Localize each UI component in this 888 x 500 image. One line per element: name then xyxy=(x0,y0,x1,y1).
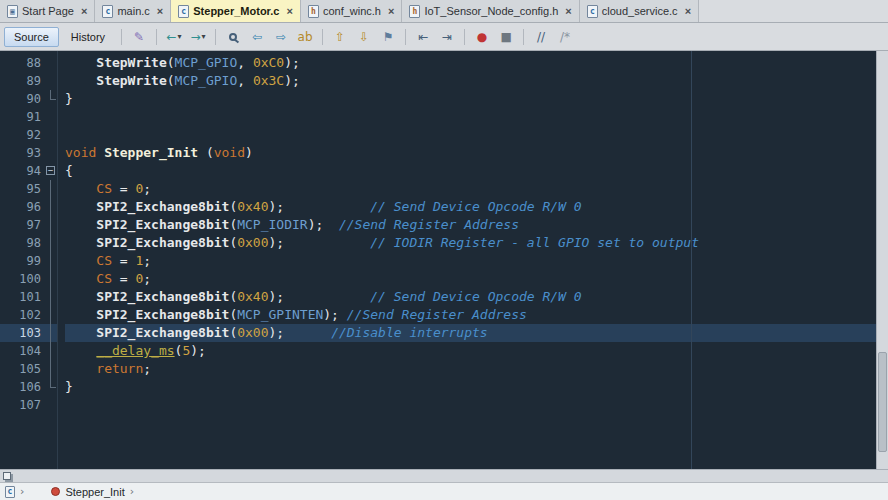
line-number[interactable]: 99 xyxy=(0,252,57,270)
line-number[interactable]: 107 xyxy=(0,396,57,414)
line-number[interactable]: 104 xyxy=(0,342,57,360)
jump-back-button[interactable]: ←▾ xyxy=(163,26,185,47)
code-line[interactable]: StepWrite(MCP_GPIO, 0x3C); xyxy=(65,72,876,90)
line-number[interactable]: 91 xyxy=(0,108,57,126)
code-token: { xyxy=(65,163,73,178)
code-token: ) xyxy=(245,145,253,160)
line-number[interactable]: 98 xyxy=(0,234,57,252)
line-number[interactable]: 101 xyxy=(0,288,57,306)
tab-close-icon[interactable]: × xyxy=(157,6,163,16)
code-token: 0x00 xyxy=(237,325,268,340)
find-next-occurrence-button[interactable]: ⇨ xyxy=(270,26,292,47)
line-number[interactable]: 95 xyxy=(0,180,57,198)
code-line[interactable]: SPI2_Exchange8bit(0x40); // Send Device … xyxy=(65,288,876,306)
code-line[interactable]: } xyxy=(65,378,876,396)
line-number[interactable]: 92 xyxy=(0,126,57,144)
start-macro-recording-button[interactable]: ● xyxy=(471,26,493,47)
line-number[interactable]: 106 xyxy=(0,378,57,396)
tab-close-icon[interactable]: × xyxy=(685,6,691,16)
toolbar-separator xyxy=(464,29,465,45)
code-line[interactable]: SPI2_Exchange8bit(0x00); //Disable inter… xyxy=(65,324,876,342)
previous-bookmark-icon: ⇧ xyxy=(335,31,345,43)
tab-conf-winc-h[interactable]: hconf_winc.h× xyxy=(301,0,403,22)
fold-guide xyxy=(50,342,51,360)
history-view-button[interactable]: History xyxy=(61,27,115,47)
document-switcher-icon[interactable] xyxy=(3,472,11,480)
code-lines[interactable]: StepWrite(MCP_GPIO, 0xC0); StepWrite(MCP… xyxy=(58,51,876,469)
toggle-highlight-search-button[interactable]: ab xyxy=(294,26,316,47)
line-number[interactable]: 102 xyxy=(0,306,57,324)
code-line[interactable]: __delay_ms(5); xyxy=(65,342,876,360)
tab-close-icon[interactable]: × xyxy=(388,6,394,16)
line-number[interactable]: 103 xyxy=(0,324,57,342)
tab-close-icon[interactable]: × xyxy=(81,6,87,16)
file-icon[interactable]: c xyxy=(5,486,15,498)
find-selection-button[interactable] xyxy=(222,26,244,47)
stop-macro-recording-button[interactable]: ■ xyxy=(495,26,517,47)
code-token: ; xyxy=(143,253,151,268)
tab-iot-sensor-node-config-h[interactable]: hIoT_Sensor_Node_config.h× xyxy=(402,0,579,22)
code-line[interactable]: SPI2_Exchange8bit(0x40); // Send Device … xyxy=(65,198,876,216)
vertical-scrollbar-thumb[interactable] xyxy=(878,352,887,452)
line-number[interactable]: 100 xyxy=(0,270,57,288)
horizontal-scrollbar[interactable] xyxy=(0,469,888,482)
code-line[interactable]: SPI2_Exchange8bit(MCP_GPINTEN); //Send R… xyxy=(65,306,876,324)
code-line[interactable]: } xyxy=(65,90,876,108)
tab-close-icon[interactable]: × xyxy=(565,6,571,16)
dropdown-arrow-icon[interactable]: ▾ xyxy=(178,32,182,41)
page-icon: ▣ xyxy=(7,5,18,18)
code-line[interactable]: SPI2_Exchange8bit(MCP_IODIR); //Send Reg… xyxy=(65,216,876,234)
next-bookmark-button[interactable]: ⇩ xyxy=(353,26,375,47)
tab-cloud-service-c[interactable]: ccloud_service.c× xyxy=(580,0,699,22)
code-token: ); xyxy=(269,235,285,250)
code-token xyxy=(284,325,331,340)
line-number[interactable]: 88 xyxy=(0,54,57,72)
find-previous-occurrence-button[interactable]: ⇦ xyxy=(246,26,268,47)
fold-guide xyxy=(50,288,51,306)
line-number[interactable]: 89 xyxy=(0,72,57,90)
shift-line-left-button[interactable]: ⇤ xyxy=(412,26,434,47)
start-macro-recording-icon: ● xyxy=(477,31,487,43)
code-line[interactable]: CS = 0; xyxy=(65,180,876,198)
last-edit-location-button[interactable]: ✎ xyxy=(128,26,150,47)
code-line[interactable] xyxy=(65,126,876,144)
vertical-scrollbar[interactable] xyxy=(876,51,888,469)
uncomment-lines-button[interactable]: /* xyxy=(554,26,576,47)
comment-lines-button[interactable]: // xyxy=(530,26,552,47)
code-token: SPI2_Exchange8bit xyxy=(96,235,229,250)
code-line[interactable]: CS = 1; xyxy=(65,252,876,270)
code-line[interactable]: { xyxy=(65,162,876,180)
code-line[interactable]: StepWrite(MCP_GPIO, 0xC0); xyxy=(65,54,876,72)
code-line[interactable] xyxy=(65,396,876,414)
source-view-button[interactable]: Source xyxy=(4,27,59,47)
code-line[interactable]: SPI2_Exchange8bit(0x00); // IODIR Regist… xyxy=(65,234,876,252)
tab-main-c[interactable]: cmain.c× xyxy=(95,0,171,22)
code-token xyxy=(65,235,96,250)
tab-close-icon[interactable]: × xyxy=(286,6,292,16)
code-token: StepWrite xyxy=(96,73,166,88)
line-number[interactable]: 97 xyxy=(0,216,57,234)
code-token: , xyxy=(237,73,253,88)
previous-bookmark-button[interactable]: ⇧ xyxy=(329,26,351,47)
line-number[interactable]: 96 xyxy=(0,198,57,216)
tab-start-page[interactable]: ▣Start Page× xyxy=(0,0,95,22)
code-token xyxy=(65,343,96,358)
toggle-bookmark-button[interactable]: ⚑ xyxy=(377,26,399,47)
shift-line-left-icon: ⇤ xyxy=(418,31,428,43)
breadcrumb-function[interactable]: Stepper_Init xyxy=(65,486,124,498)
line-number[interactable]: 93 xyxy=(0,144,57,162)
jump-forward-button[interactable]: →▾ xyxy=(187,26,209,47)
code-token: 0xC0 xyxy=(253,55,284,70)
shift-line-right-button[interactable]: ⇥ xyxy=(436,26,458,47)
code-line[interactable]: void Stepper_Init (void) xyxy=(65,144,876,162)
code-line[interactable] xyxy=(65,108,876,126)
line-number[interactable]: 105 xyxy=(0,360,57,378)
line-number[interactable]: 90 xyxy=(0,90,57,108)
toolbar-separator xyxy=(405,29,406,45)
fold-toggle-icon[interactable]: − xyxy=(46,166,55,175)
code-token xyxy=(65,271,96,286)
code-line[interactable]: return; xyxy=(65,360,876,378)
tab-stepper-motor-c[interactable]: cStepper_Motor.c× xyxy=(171,0,301,22)
code-line[interactable]: CS = 0; xyxy=(65,270,876,288)
dropdown-arrow-icon[interactable]: ▾ xyxy=(202,32,206,41)
